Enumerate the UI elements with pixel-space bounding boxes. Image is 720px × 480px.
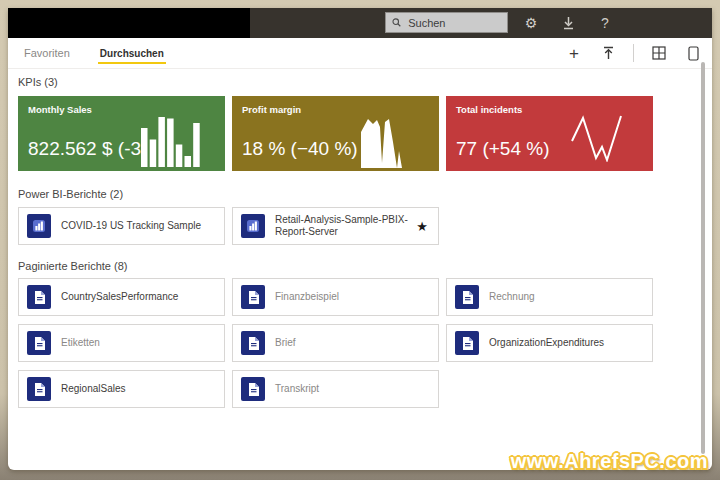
- vertical-scrollbar[interactable]: [701, 62, 705, 454]
- toolbar-divider: [633, 44, 634, 62]
- powerbi-report-icon: [27, 214, 51, 238]
- tab-favorites[interactable]: Favoriten: [22, 41, 72, 65]
- paginated-report-icon: [241, 285, 265, 309]
- report-card-label: RegionalSales: [61, 383, 126, 396]
- paginated-report-icon: [455, 331, 479, 355]
- paginated-report-icon: [241, 331, 265, 355]
- help-icon[interactable]: ?: [596, 14, 614, 32]
- favorite-star-icon[interactable]: ★: [416, 219, 428, 234]
- mobile-view-icon[interactable]: [684, 44, 702, 62]
- search-box[interactable]: [385, 12, 508, 33]
- paginated-report-grid: CountrySalesPerformance Finanzbeispiel: [18, 278, 702, 408]
- settings-gear-icon[interactable]: ⚙: [522, 14, 540, 32]
- tab-bar: Favoriten Durchsuchen +: [8, 38, 712, 69]
- kpi-value: 77 (+54 %): [456, 138, 549, 160]
- report-card-label: Finanzbeispiel: [275, 291, 339, 304]
- report-card-rechnung[interactable]: Rechnung: [446, 278, 653, 316]
- area-sparkline-icon: [361, 118, 405, 168]
- report-card-label: Retail-Analysis-Sample-PBIX-Report-Serve…: [275, 214, 415, 239]
- kpi-title: Profit margin: [242, 104, 301, 115]
- paginated-report-icon: [27, 331, 51, 355]
- redacted-logo-area: [8, 8, 250, 38]
- kpis-section-title: KPIs (3): [18, 76, 702, 88]
- kpi-title: Monthly Sales: [28, 104, 92, 115]
- report-card-organizationexpenditures[interactable]: OrganizationExpenditures: [446, 324, 653, 362]
- search-input[interactable]: [406, 16, 501, 30]
- kpi-title: Total incidents: [456, 104, 522, 115]
- report-card-label: Brief: [275, 337, 296, 350]
- powerbi-report-row: COVID-19 US Tracking Sample Retail-Analy…: [18, 207, 702, 245]
- kpi-value: 18 % (−40 %): [242, 138, 358, 160]
- paginated-section-title: Paginierte Berichte (8): [18, 260, 702, 272]
- powerbi-section-title: Power BI-Berichte (2): [18, 188, 702, 200]
- download-icon[interactable]: [559, 14, 577, 32]
- new-item-plus-icon[interactable]: +: [565, 44, 583, 62]
- kpi-row: Monthly Sales 822.562 $ (-3. Profit marg…: [18, 96, 702, 171]
- report-card-countrysalesperformance[interactable]: CountrySalesPerformance: [18, 278, 225, 316]
- top-bar: ⚙ ?: [8, 8, 712, 38]
- paginated-report-icon: [455, 285, 479, 309]
- report-card-label: Rechnung: [489, 291, 535, 304]
- bar-sparkline-icon: [141, 117, 201, 167]
- report-card-label: Transkript: [275, 383, 319, 396]
- kpi-tile-monthly-sales[interactable]: Monthly Sales 822.562 $ (-3.: [18, 96, 225, 171]
- paginated-report-icon: [241, 377, 265, 401]
- report-card-retail-analysis[interactable]: Retail-Analysis-Sample-PBIX-Report-Serve…: [232, 207, 439, 245]
- upload-icon[interactable]: [599, 44, 617, 62]
- report-card-regionalsales[interactable]: RegionalSales: [18, 370, 225, 408]
- tab-browse[interactable]: Durchsuchen: [98, 42, 166, 65]
- report-card-transkript[interactable]: Transkript: [232, 370, 439, 408]
- paginated-report-icon: [27, 377, 51, 401]
- report-card-brief[interactable]: Brief: [232, 324, 439, 362]
- watermark-text: www.AhrefsPC.com: [511, 450, 708, 473]
- report-card-covid19[interactable]: COVID-19 US Tracking Sample: [18, 207, 225, 245]
- search-icon: [392, 17, 401, 28]
- report-card-etiketten[interactable]: Etiketten: [18, 324, 225, 362]
- tile-view-icon[interactable]: [650, 44, 668, 62]
- report-card-label: Etiketten: [61, 337, 100, 350]
- line-sparkline-icon: [571, 114, 623, 162]
- report-server-window: ⚙ ? Favoriten Durchsuchen +: [8, 8, 712, 470]
- report-card-label: CountrySalesPerformance: [61, 291, 178, 304]
- powerbi-report-icon: [241, 214, 265, 238]
- kpi-tile-total-incidents[interactable]: Total incidents 77 (+54 %): [446, 96, 653, 171]
- report-card-finanzbeispiel[interactable]: Finanzbeispiel: [232, 278, 439, 316]
- report-card-label: OrganizationExpenditures: [489, 337, 604, 350]
- report-card-label: COVID-19 US Tracking Sample: [61, 220, 201, 233]
- kpi-tile-profit-margin[interactable]: Profit margin 18 % (−40 %): [232, 96, 439, 171]
- kpi-value: 822.562 $ (-3.: [28, 138, 146, 160]
- paginated-report-icon: [27, 285, 51, 309]
